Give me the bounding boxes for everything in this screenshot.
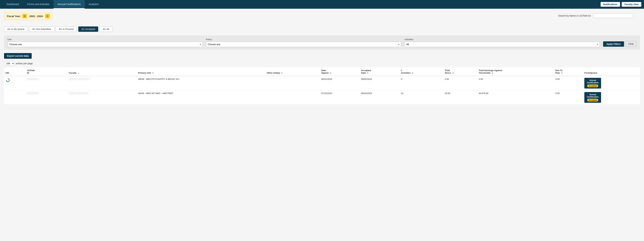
row1-total-earnings: 0.00 bbox=[478, 76, 554, 90]
export-button[interactable]: Export current data bbox=[4, 53, 32, 59]
date-signed-sort-icon: ⇅ bbox=[330, 72, 331, 74]
col-faculty: Faculty ▲ bbox=[68, 67, 137, 76]
row2-primary-unit: 49228 - MED INT MED - HMCTBMT bbox=[137, 90, 266, 105]
activities-filter-label: Activities: bbox=[404, 38, 600, 41]
search-input[interactable] bbox=[593, 13, 633, 18]
row1-other-units bbox=[265, 76, 320, 90]
row1-faculty: XXXXXX XXXXXXXX bbox=[68, 76, 137, 90]
nav-tab-annual-certifications[interactable]: Annual Certifications bbox=[54, 0, 85, 9]
activities-select-wrapper: All bbox=[404, 42, 600, 47]
filter-tab-ac-all[interactable]: AC All bbox=[100, 26, 112, 32]
nav-tab-dashboard[interactable]: Dashboard bbox=[3, 0, 23, 9]
ac-badge-row2[interactable]: AnnualCertification Accepted bbox=[584, 92, 601, 103]
col-date-signed: DateSigned ⇅ bbox=[320, 67, 360, 76]
filter-group-policy: Policy: Choose any bbox=[206, 38, 401, 47]
num-activities-sort-icon: ⇅ bbox=[412, 72, 413, 74]
filter-tab-ac-accepted[interactable]: AC Accepted bbox=[78, 26, 98, 32]
row2-accepted-date: 08/20/2024 bbox=[360, 90, 400, 105]
fiscal-year-label: Fiscal Year: bbox=[7, 15, 21, 17]
col-due-to-plan: Due ToPlan ⇅ bbox=[554, 67, 583, 76]
faculty-sort-icon: ▲ bbox=[78, 72, 80, 74]
fiscal-year-next-button[interactable]: > bbox=[45, 14, 50, 18]
faculty-view-button[interactable]: Faculty View bbox=[622, 2, 641, 7]
row2-uid bbox=[4, 90, 26, 105]
col-ucpath-id: UCPathID bbox=[26, 67, 68, 76]
filter-group-unit: Unit: Choose one bbox=[8, 38, 203, 47]
filter-tab-ac-my-queue[interactable]: AC In My Queue bbox=[4, 26, 28, 32]
row1-date-signed: 06/01/2024 bbox=[320, 76, 360, 90]
row2-ucpath-id: XXXXXXXX bbox=[26, 90, 68, 105]
row1-num-activities: 0 bbox=[400, 76, 443, 90]
unit-select-wrapper: Choose one bbox=[8, 42, 203, 47]
nav-tab-forms-activities[interactable]: Forms and Activities bbox=[23, 0, 54, 9]
table-row: XXXXXXXX XXXXX XXXXXXXX 49228 - MED INT … bbox=[4, 90, 640, 105]
col-total-earnings: Total Earnings AgainstThresholds ⇅ bbox=[478, 67, 554, 76]
ac-badge-row1[interactable]: AnnualCertification Accepted bbox=[584, 78, 601, 89]
row2-total-hours: 40.00 bbox=[443, 90, 478, 105]
row2-total-earnings: 44,878.00 bbox=[478, 90, 554, 105]
col-accepted-date: AcceptedDate ⇅ bbox=[360, 67, 400, 76]
unit-select[interactable]: Choose one bbox=[8, 42, 203, 47]
clear-filters-button[interactable]: Clear bbox=[626, 41, 636, 47]
fiscal-year-bar: Fiscal Year: < 2023 - 2024 > bbox=[4, 12, 52, 20]
table-row: XXXXXXXX XXXXXX XXXXXXXX 49038 - MED:PSY… bbox=[4, 76, 640, 90]
row2-num-activities: 10 bbox=[400, 90, 443, 105]
uid-icon-row1 bbox=[5, 78, 10, 82]
filters-panel: Unit: Choose one Policy: Choose any Acti… bbox=[4, 35, 640, 50]
search-label: Search by Name or UCPath ID: bbox=[558, 14, 591, 17]
col-form-queue: Form/Queue bbox=[583, 67, 640, 76]
svg-marker-0 bbox=[6, 80, 7, 81]
accepted-date-sort-icon: ⇅ bbox=[367, 72, 368, 74]
col-uid: UID bbox=[4, 67, 26, 76]
filter-tabs: AC In My Queue AC Not Submitted AC In Pr… bbox=[4, 26, 640, 32]
filter-group-activities: Activities: All bbox=[404, 38, 600, 47]
unit-filter-label: Unit: bbox=[8, 38, 203, 41]
row2-faculty: XXXXX XXXXXXXX bbox=[68, 90, 137, 105]
nav-tabs: Dashboard Forms and Activities Annual Ce… bbox=[3, 0, 600, 9]
apply-filters-button[interactable]: Apply Filters bbox=[603, 41, 624, 47]
search-row: Search by Name or UCPath ID: bbox=[558, 13, 640, 18]
row1-uid bbox=[4, 76, 26, 90]
due-to-plan-sort-icon: ⇅ bbox=[561, 72, 562, 74]
primary-unit-sort-icon: ⇅ bbox=[152, 72, 154, 74]
total-earnings-sort-icon: ⇅ bbox=[492, 72, 493, 74]
fiscal-year-prev-button[interactable]: < bbox=[22, 14, 27, 18]
nav-actions: Notifications Faculty View bbox=[600, 2, 641, 7]
badge-status-row1: Accepted bbox=[587, 84, 598, 87]
policy-select-wrapper: Choose any bbox=[206, 42, 401, 47]
entries-row: 100 entries per page bbox=[4, 61, 640, 66]
page-content: Fiscal Year: < 2023 - 2024 > Search by N… bbox=[0, 9, 644, 241]
row1-ucpath-id: XXXXXXXX bbox=[26, 76, 68, 90]
col-num-activities: #Activities ⇅ bbox=[400, 67, 443, 76]
row1-primary-unit: 49038 - MED:PSYCHIATRY & BEHAV SCI bbox=[137, 76, 266, 90]
badge-status-row2: Accepted bbox=[587, 99, 598, 101]
row2-date-signed: 07/22/2024 bbox=[320, 90, 360, 105]
total-hours-sort-icon: ⇅ bbox=[452, 72, 454, 74]
row1-due-to-plan: 0.00 bbox=[554, 76, 583, 90]
nav-tab-analytics[interactable]: Analytics bbox=[85, 0, 103, 9]
col-total-hours: TotalHours ⇅ bbox=[443, 67, 478, 76]
filter-tab-ac-in-process[interactable]: AC In Process bbox=[56, 26, 77, 32]
row2-form-queue[interactable]: AnnualCertification Accepted bbox=[583, 90, 640, 105]
data-table: UID UCPathID Faculty ▲ Primary Unit ⇅ Ot… bbox=[4, 67, 640, 105]
col-primary-unit: Primary Unit ⇅ bbox=[137, 67, 266, 76]
top-row: Fiscal Year: < 2023 - 2024 > Search by N… bbox=[4, 12, 640, 23]
filters-actions: Apply Filters Clear bbox=[603, 41, 636, 47]
col-other-units: Other Unit(s) ⇅ bbox=[265, 67, 320, 76]
policy-filter-label: Policy: bbox=[206, 38, 401, 41]
table-header-row: UID UCPathID Faculty ▲ Primary Unit ⇅ Ot… bbox=[4, 67, 640, 76]
entries-per-page-label: entries per page bbox=[16, 62, 33, 65]
row1-total-hours: 0.00 bbox=[443, 76, 478, 90]
entries-per-page-select[interactable]: 100 bbox=[4, 61, 14, 66]
row2-due-to-plan: 0.00 bbox=[554, 90, 583, 105]
row2-other-units bbox=[265, 90, 320, 105]
filter-tab-ac-not-submitted[interactable]: AC Not Submitted bbox=[29, 26, 54, 32]
row1-accepted-date: 06/05/2024 bbox=[360, 76, 400, 90]
policy-select[interactable]: Choose any bbox=[206, 42, 401, 47]
notifications-button[interactable]: Notifications bbox=[600, 2, 620, 7]
activities-select[interactable]: All bbox=[404, 42, 600, 47]
navbar: Dashboard Forms and Activities Annual Ce… bbox=[0, 0, 644, 9]
other-units-sort-icon: ⇅ bbox=[281, 72, 282, 74]
row1-form-queue[interactable]: AnnualCertification Accepted bbox=[583, 76, 640, 90]
fiscal-year-value: 2023 - 2024 bbox=[28, 15, 44, 17]
